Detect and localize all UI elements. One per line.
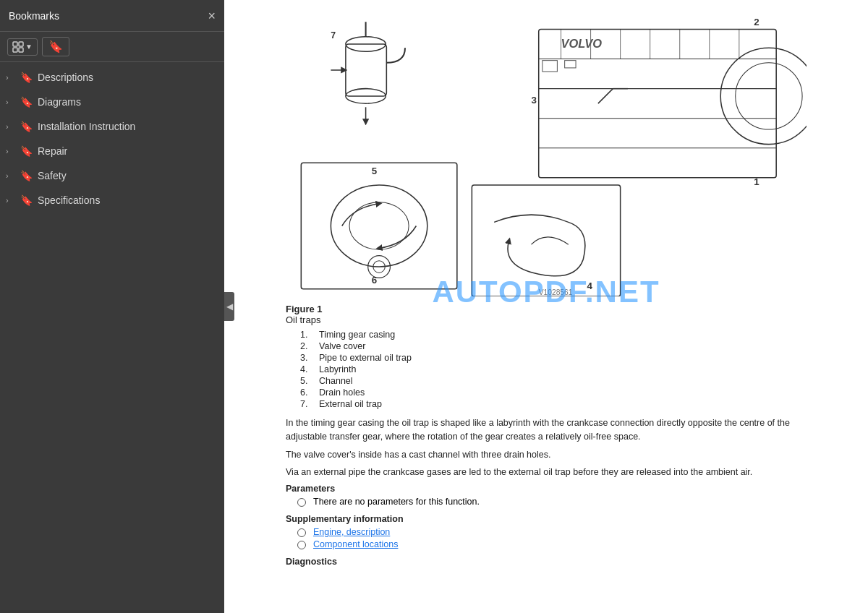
expand-all-button[interactable]: ▼ [7,38,38,56]
list-num: 7. [300,399,312,409]
svg-text:6: 6 [372,275,377,286]
list-item: 4.Labyrinth [300,364,807,374]
svg-text:4: 4 [587,280,592,291]
sidebar: Bookmarks × ▼ 🔖 › 🔖 Descriptions › 🔖 Dia… [0,0,224,613]
body-paragraph: The valve cover's inside has a cast chan… [286,448,807,462]
supplementary-link-component-locations[interactable]: Component locations [297,539,807,549]
sidebar-item-label: Specifications [38,194,100,206]
svg-point-35 [349,202,409,250]
chevron-right-icon: › [6,171,16,180]
link-text[interactable]: Component locations [313,539,398,549]
list-text: Channel [319,376,353,386]
sidebar-item-diagrams[interactable]: › 🔖 Diagrams [0,90,224,114]
list-text: Pipe to external oil trap [319,353,412,363]
list-item: 3.Pipe to external oil trap [300,353,807,363]
link-text[interactable]: Engine, description [313,527,390,537]
sidebar-item-label: Safety [38,170,67,181]
list-num: 1. [300,330,312,340]
supplementary-links: Engine, description Component locations [286,527,807,549]
chevron-right-icon: › [6,147,16,155]
supplementary-heading: Supplementary information [286,514,807,524]
body-paragraphs: In the timing gear casing the oil trap i… [286,416,807,479]
pdf-page: 7 [257,0,835,591]
svg-rect-11 [539,30,776,178]
list-item: 6.Drain holes [300,387,807,398]
body-paragraph: In the timing gear casing the oil trap i… [286,416,807,444]
list-num: 5. [300,376,312,386]
list-num: 2. [300,341,312,351]
list-item: 7.External oil trap [300,399,807,409]
svg-text:V1028561: V1028561 [539,288,573,296]
diagram-svg: 7 [286,14,807,296]
sidebar-item-descriptions[interactable]: › 🔖 Descriptions [0,65,224,90]
svg-rect-29 [542,61,558,72]
sidebar-item-label: Installation Instruction [38,121,135,132]
bookmark-icon: 🔖 [20,121,33,132]
circle-bullet-icon [297,498,306,507]
figure-subtitle: Oil traps [286,314,807,325]
bookmark-icon: 🔖 [20,194,33,206]
chevron-right-icon: › [6,196,16,205]
svg-text:VOLVO: VOLVO [561,37,603,50]
sidebar-item-specifications[interactable]: › 🔖 Specifications [0,188,224,213]
sidebar-item-installation-instruction[interactable]: › 🔖 Installation Instruction [0,114,224,139]
diagram-area: 7 [286,14,807,296]
sidebar-header: Bookmarks × [0,0,224,32]
supplementary-link-engine-description[interactable]: Engine, description [297,527,807,537]
svg-line-32 [598,89,613,104]
circle-bullet-icon [297,528,306,537]
expand-chevron-icon: ▼ [25,43,33,51]
parameters-item: There are no parameters for this functio… [297,497,807,507]
svg-point-17 [736,63,802,129]
numbered-list: 1.Timing gear casing2.Valve cover3.Pipe … [300,330,807,409]
sidebar-items-list: › 🔖 Descriptions › 🔖 Diagrams › 🔖 Instal… [0,62,224,613]
bookmark-icon: 🔖 [20,170,33,181]
collapse-panel-button[interactable]: ◀ [224,292,234,321]
svg-point-34 [331,185,427,267]
figure-caption: Figure 1 Oil traps [286,304,807,325]
list-text: Timing gear casing [319,330,395,340]
list-item: 2.Valve cover [300,341,807,351]
body-paragraph: Via an external pipe the crankcase gases… [286,466,807,479]
sidebar-toolbar: ▼ 🔖 [0,32,224,62]
bookmark-icon: 🔖 [20,72,33,83]
list-text: External oil trap [319,399,382,409]
svg-text:7: 7 [331,30,336,40]
chevron-right-icon: › [6,122,16,131]
figure-label: Figure 1 [286,304,807,314]
chevron-right-icon: › [6,73,16,82]
svg-rect-30 [565,61,576,68]
svg-point-16 [720,48,807,144]
list-text: Labyrinth [319,364,356,374]
sidebar-item-repair[interactable]: › 🔖 Repair [0,139,224,163]
svg-text:5: 5 [372,166,378,176]
parameters-text: There are no parameters for this functio… [313,497,480,507]
parameters-heading: Parameters [286,484,807,494]
close-button[interactable]: × [208,9,216,22]
list-num: 3. [300,353,312,363]
svg-text:1: 1 [754,176,760,187]
list-text: Drain holes [319,387,365,398]
svg-rect-3 [19,48,23,52]
sidebar-item-label: Descriptions [38,72,93,83]
circle-bullet-icon [297,541,306,549]
diagnostics-heading: Diagnostics [286,557,807,567]
sidebar-item-safety[interactable]: › 🔖 Safety [0,163,224,188]
list-text: Valve cover [319,341,365,351]
list-num: 6. [300,387,312,398]
bookmark-icon: 🔖 [20,96,33,108]
list-num: 4. [300,364,312,374]
svg-rect-33 [301,163,457,288]
svg-text:2: 2 [754,17,759,27]
sidebar-title: Bookmarks [9,10,59,22]
sidebar-item-label: Repair [38,145,67,157]
svg-rect-0 [13,42,17,46]
svg-rect-1 [19,42,23,46]
main-content: 7 [224,0,868,613]
svg-text:3: 3 [531,95,536,106]
sidebar-item-label: Diagrams [38,96,81,108]
chevron-right-icon: › [6,98,16,106]
svg-rect-2 [13,48,17,52]
bookmark-icon: 🔖 [20,145,33,157]
bookmark-add-button[interactable]: 🔖 [42,37,69,56]
